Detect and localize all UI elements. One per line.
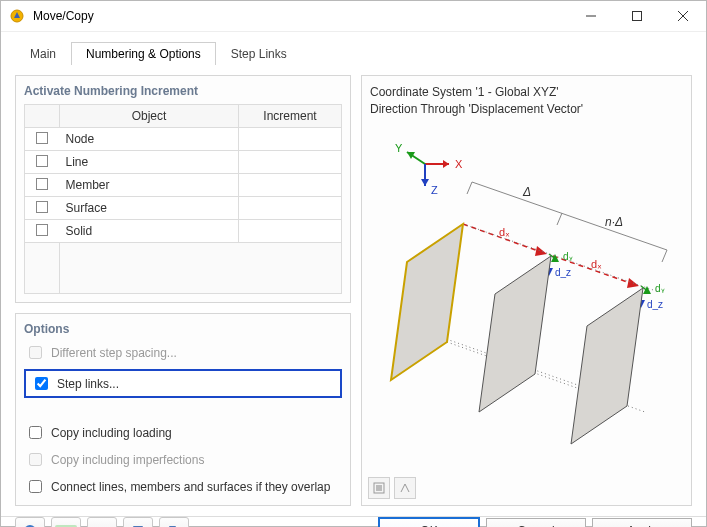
check-copy-loading[interactable]	[29, 426, 42, 439]
opt-label: Copy including loading	[51, 426, 172, 440]
preview-panel: Coordinate System '1 - Global XYZ' Direc…	[361, 75, 692, 506]
check-member[interactable]	[36, 178, 48, 190]
svg-text:d_z: d_z	[555, 267, 571, 278]
save-settings-button[interactable]	[123, 517, 153, 527]
col-increment: Increment	[239, 105, 342, 128]
coord-line1: Coordinate System '1 - Global XYZ'	[370, 84, 683, 101]
bottombar: ? 0,00 OK Cancel Apply	[1, 516, 706, 527]
svg-text:n·Δ: n·Δ	[605, 215, 623, 229]
cancel-button[interactable]: Cancel	[486, 518, 586, 527]
options-panel: Options Different step spacing... Step l…	[15, 313, 351, 506]
diagram: X Y Z	[370, 122, 683, 497]
svg-marker-41	[391, 224, 463, 380]
check-copy-imperfections	[29, 453, 42, 466]
svg-text:d_z: d_z	[647, 299, 663, 310]
increment-node[interactable]	[239, 128, 342, 151]
increment-solid[interactable]	[239, 220, 342, 243]
check-node[interactable]	[36, 132, 48, 144]
svg-line-39	[463, 224, 659, 292]
label: Node	[60, 128, 239, 151]
apply-button[interactable]: Apply	[592, 518, 692, 527]
opt-step-links[interactable]: Step links...	[30, 373, 120, 394]
label: Solid	[60, 220, 239, 243]
label: Line	[60, 151, 239, 174]
svg-line-17	[662, 250, 667, 262]
svg-marker-42	[479, 256, 551, 412]
label: Member	[60, 174, 239, 197]
options-panel-title: Options	[24, 322, 342, 336]
transform-button[interactable]	[87, 517, 117, 527]
ok-button[interactable]: OK	[378, 517, 480, 527]
opt-label: Step links...	[57, 377, 119, 391]
svg-marker-12	[421, 179, 429, 186]
opt-copy-loading[interactable]: Copy including loading	[24, 422, 342, 443]
titlebar: Move/Copy	[1, 1, 706, 32]
settings-list-button[interactable]	[159, 517, 189, 527]
svg-rect-2	[633, 12, 642, 21]
opt-label: Different step spacing...	[51, 346, 177, 360]
increment-member[interactable]	[239, 174, 342, 197]
svg-text:dᵧ: dᵧ	[563, 251, 573, 262]
increment-line[interactable]	[239, 151, 342, 174]
svg-text:Z: Z	[431, 184, 438, 196]
svg-text:dₓ: dₓ	[499, 226, 510, 238]
svg-marker-22	[535, 246, 547, 256]
numbering-panel-title: Activate Numbering Increment	[24, 84, 342, 98]
svg-marker-27	[551, 254, 559, 262]
svg-marker-43	[571, 288, 643, 444]
precision-button[interactable]: 0,00	[51, 517, 81, 527]
svg-text:dₓ: dₓ	[591, 258, 602, 270]
table-row: Line	[25, 151, 342, 174]
table-row: Member	[25, 174, 342, 197]
svg-text:X: X	[455, 158, 463, 170]
app-icon	[9, 8, 25, 24]
view-options-icon[interactable]	[368, 477, 390, 499]
svg-rect-45	[376, 485, 382, 491]
svg-line-15	[467, 182, 472, 194]
svg-line-16	[557, 213, 562, 225]
svg-marker-33	[643, 286, 651, 294]
opt-different-step-spacing: Different step spacing...	[24, 342, 342, 363]
label: Surface	[60, 197, 239, 220]
minimize-button[interactable]	[568, 1, 614, 31]
check-line[interactable]	[36, 155, 48, 167]
check-different-step-spacing	[29, 346, 42, 359]
col-object: Object	[60, 105, 239, 128]
tab-numbering-options[interactable]: Numbering & Options	[71, 42, 216, 65]
opt-label: Copy including imperfections	[51, 453, 204, 467]
opt-connect-overlap[interactable]: Connect lines, members and surfaces if t…	[24, 476, 342, 497]
opt-copy-imperfections: Copy including imperfections	[24, 449, 342, 470]
opt-step-links-highlight: Step links...	[24, 369, 342, 398]
svg-marker-6	[443, 160, 449, 168]
svg-line-14	[472, 182, 667, 250]
tabstrip: Main Numbering & Options Step Links	[1, 32, 706, 65]
coord-line2: Direction Through 'Displacement Vector'	[370, 101, 683, 118]
check-connect-overlap[interactable]	[29, 480, 42, 493]
diagram-svg: X Y Z	[377, 142, 677, 452]
table-row: Solid	[25, 220, 342, 243]
numbering-panel: Activate Numbering Increment Object Incr…	[15, 75, 351, 303]
svg-text:Δ: Δ	[522, 185, 531, 199]
toggle-view-icon[interactable]	[394, 477, 416, 499]
increment-surface[interactable]	[239, 197, 342, 220]
maximize-button[interactable]	[614, 1, 660, 31]
svg-marker-23	[627, 278, 639, 288]
close-button[interactable]	[660, 1, 706, 31]
table-row: Node	[25, 128, 342, 151]
opt-label: Connect lines, members and surfaces if t…	[51, 480, 330, 494]
tab-main[interactable]: Main	[15, 42, 71, 65]
window-title: Move/Copy	[33, 9, 94, 23]
help-button[interactable]: ?	[15, 517, 45, 527]
check-step-links[interactable]	[35, 377, 48, 390]
svg-text:dᵧ: dᵧ	[655, 283, 665, 294]
svg-text:Y: Y	[395, 142, 403, 154]
tab-step-links[interactable]: Step Links	[216, 42, 302, 65]
check-surface[interactable]	[36, 201, 48, 213]
table-row: Surface	[25, 197, 342, 220]
numbering-table: Object Increment Node Line	[24, 104, 342, 294]
check-solid[interactable]	[36, 224, 48, 236]
